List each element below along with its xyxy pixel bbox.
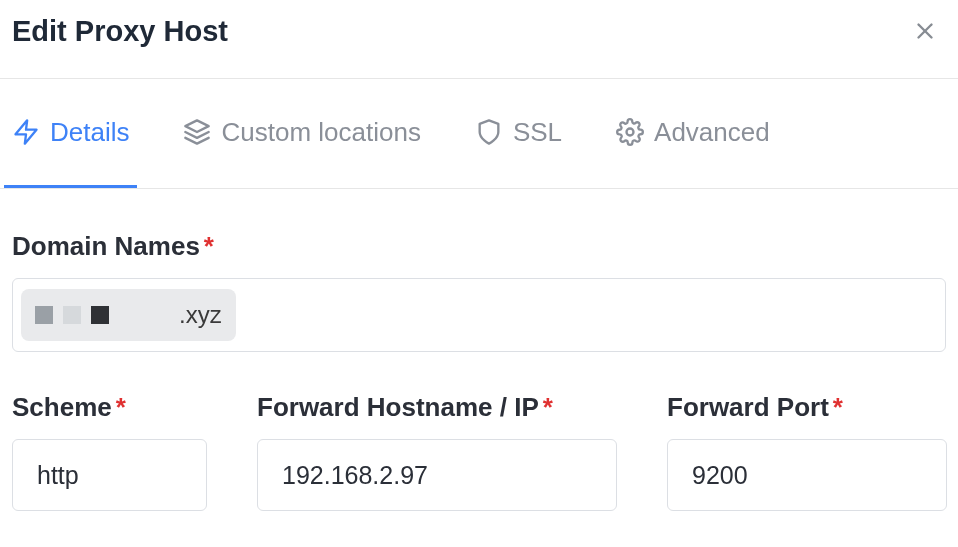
redact-square xyxy=(91,306,109,324)
close-icon xyxy=(912,18,938,44)
domain-chip-text: .xyz xyxy=(119,301,222,329)
redact-square xyxy=(35,306,53,324)
redact-square xyxy=(63,306,81,324)
domain-names-input[interactable]: .xyz xyxy=(12,278,946,352)
forward-host-label: Forward Hostname / IP* xyxy=(257,392,617,423)
label-text: Scheme xyxy=(12,392,112,422)
label-text: Forward Port xyxy=(667,392,829,422)
label-text: Domain Names xyxy=(12,231,200,261)
svg-marker-3 xyxy=(186,120,209,132)
modal-title: Edit Proxy Host xyxy=(12,15,228,48)
tab-label: Custom locations xyxy=(221,117,420,148)
tab-label: Advanced xyxy=(654,117,770,148)
tabs: Details Custom locations SSL Advanced xyxy=(0,79,958,189)
redacted-icon xyxy=(35,306,109,324)
required-mark: * xyxy=(116,392,126,422)
scheme-select[interactable]: http xyxy=(12,439,207,511)
form-area: Domain Names* .xyz Scheme* xyxy=(0,189,958,511)
lightning-icon xyxy=(12,118,40,146)
forward-host-field: Forward Hostname / IP* xyxy=(257,392,617,511)
tab-ssl[interactable]: SSL xyxy=(467,79,570,188)
required-mark: * xyxy=(543,392,553,422)
scheme-field: Scheme* http xyxy=(12,392,207,511)
required-mark: * xyxy=(833,392,843,422)
tab-details[interactable]: Details xyxy=(4,79,137,188)
domain-names-label: Domain Names* xyxy=(12,231,946,262)
gear-icon xyxy=(616,118,644,146)
svg-marker-2 xyxy=(16,120,37,143)
scheme-label: Scheme* xyxy=(12,392,207,423)
svg-point-4 xyxy=(627,129,634,136)
forwarding-row: Scheme* http Forward Hostname / IP* Forw… xyxy=(12,392,946,511)
forward-port-input[interactable] xyxy=(667,439,947,511)
label-text: Forward Hostname / IP xyxy=(257,392,539,422)
forward-host-input[interactable] xyxy=(257,439,617,511)
forward-port-field: Forward Port* xyxy=(667,392,947,511)
required-mark: * xyxy=(204,231,214,261)
modal-header: Edit Proxy Host xyxy=(0,0,958,79)
layers-icon xyxy=(183,118,211,146)
domain-chip[interactable]: .xyz xyxy=(21,289,236,341)
close-button[interactable] xyxy=(904,10,946,52)
tab-label: SSL xyxy=(513,117,562,148)
domain-names-field: Domain Names* .xyz xyxy=(12,231,946,352)
edit-proxy-host-modal: Edit Proxy Host Details Custom locations… xyxy=(0,0,958,547)
tab-custom-locations[interactable]: Custom locations xyxy=(175,79,428,188)
shield-icon xyxy=(475,118,503,146)
tab-advanced[interactable]: Advanced xyxy=(608,79,778,188)
forward-port-label: Forward Port* xyxy=(667,392,947,423)
tab-label: Details xyxy=(50,117,129,148)
